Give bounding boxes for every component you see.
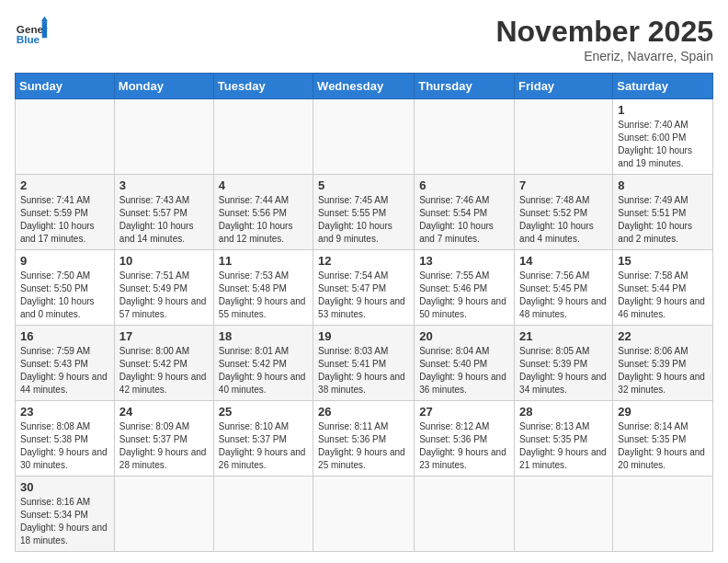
calendar-cell: 19Sunrise: 8:03 AM Sunset: 5:41 PM Dayli… — [313, 326, 415, 401]
month-title: November 2025 — [495, 15, 713, 49]
day-info: Sunrise: 8:16 AM Sunset: 5:34 PM Dayligh… — [20, 496, 109, 547]
day-info: Sunrise: 8:12 AM Sunset: 5:36 PM Dayligh… — [419, 420, 509, 472]
logo-icon: General Blue — [15, 15, 48, 48]
calendar-cell — [515, 99, 613, 175]
location-title: Eneriz, Navarre, Spain — [495, 49, 713, 63]
calendar-cell: 30Sunrise: 8:16 AM Sunset: 5:34 PM Dayli… — [16, 477, 115, 552]
calendar-cell: 17Sunrise: 8:00 AM Sunset: 5:42 PM Dayli… — [114, 326, 213, 401]
day-number: 22 — [618, 329, 708, 343]
day-info: Sunrise: 7:55 AM Sunset: 5:46 PM Dayligh… — [419, 270, 509, 321]
day-number: 28 — [519, 405, 608, 419]
day-number: 20 — [419, 329, 509, 343]
day-number: 26 — [318, 405, 409, 419]
calendar-cell: 10Sunrise: 7:51 AM Sunset: 5:49 PM Dayli… — [114, 250, 213, 326]
calendar-cell: 1Sunrise: 7:40 AM Sunset: 6:00 PM Daylig… — [613, 99, 713, 175]
day-info: Sunrise: 7:41 AM Sunset: 5:59 PM Dayligh… — [20, 194, 109, 246]
day-number: 13 — [419, 254, 509, 268]
day-number: 2 — [20, 178, 109, 192]
day-number: 12 — [318, 254, 409, 268]
day-number: 10 — [119, 254, 209, 268]
calendar-cell — [213, 99, 313, 175]
day-info: Sunrise: 8:05 AM Sunset: 5:39 PM Dayligh… — [519, 345, 608, 396]
calendar-cell — [313, 477, 415, 552]
day-number: 6 — [419, 178, 509, 192]
day-info: Sunrise: 8:00 AM Sunset: 5:42 PM Dayligh… — [119, 345, 209, 396]
day-info: Sunrise: 8:08 AM Sunset: 5:38 PM Dayligh… — [20, 420, 109, 472]
day-info: Sunrise: 8:10 AM Sunset: 5:37 PM Dayligh… — [219, 420, 308, 472]
calendar-cell: 18Sunrise: 8:01 AM Sunset: 5:42 PM Dayli… — [213, 326, 313, 401]
page-header: General Blue November 2025 Eneriz, Navar… — [15, 15, 713, 63]
day-info: Sunrise: 7:54 AM Sunset: 5:47 PM Dayligh… — [318, 270, 409, 321]
calendar-week-4: 16Sunrise: 7:59 AM Sunset: 5:43 PM Dayli… — [16, 326, 713, 401]
day-number: 4 — [219, 178, 308, 192]
day-number: 17 — [119, 329, 209, 343]
day-number: 21 — [519, 329, 608, 343]
calendar-table: SundayMondayTuesdayWednesdayThursdayFrid… — [15, 73, 713, 552]
day-number: 23 — [20, 405, 109, 419]
calendar-cell — [16, 99, 115, 175]
day-info: Sunrise: 7:48 AM Sunset: 5:52 PM Dayligh… — [519, 194, 608, 246]
calendar-body: 1Sunrise: 7:40 AM Sunset: 6:00 PM Daylig… — [16, 99, 713, 552]
calendar-cell: 5Sunrise: 7:45 AM Sunset: 5:55 PM Daylig… — [313, 175, 415, 250]
calendar-week-3: 9Sunrise: 7:50 AM Sunset: 5:50 PM Daylig… — [16, 250, 713, 326]
calendar-cell: 14Sunrise: 7:56 AM Sunset: 5:45 PM Dayli… — [515, 250, 613, 326]
day-number: 30 — [20, 480, 109, 494]
weekday-header-sunday: Sunday — [16, 74, 115, 99]
calendar-cell: 6Sunrise: 7:46 AM Sunset: 5:54 PM Daylig… — [415, 175, 515, 250]
day-number: 29 — [618, 405, 708, 419]
weekday-header-monday: Monday — [114, 74, 213, 99]
svg-rect-3 — [42, 21, 47, 38]
calendar-cell — [313, 99, 415, 175]
day-info: Sunrise: 8:01 AM Sunset: 5:42 PM Dayligh… — [219, 345, 308, 396]
calendar-cell — [515, 477, 613, 552]
day-number: 5 — [318, 178, 409, 192]
day-number: 7 — [519, 178, 608, 192]
day-number: 18 — [219, 329, 308, 343]
svg-text:Blue: Blue — [17, 33, 40, 45]
weekday-header-row: SundayMondayTuesdayWednesdayThursdayFrid… — [16, 74, 713, 99]
day-info: Sunrise: 7:51 AM Sunset: 5:49 PM Dayligh… — [119, 270, 209, 321]
calendar-cell: 12Sunrise: 7:54 AM Sunset: 5:47 PM Dayli… — [313, 250, 415, 326]
day-number: 19 — [318, 329, 409, 343]
day-info: Sunrise: 7:44 AM Sunset: 5:56 PM Dayligh… — [219, 194, 308, 246]
calendar-cell: 2Sunrise: 7:41 AM Sunset: 5:59 PM Daylig… — [16, 175, 115, 250]
calendar-cell: 4Sunrise: 7:44 AM Sunset: 5:56 PM Daylig… — [213, 175, 313, 250]
calendar-cell — [415, 99, 515, 175]
calendar-cell: 16Sunrise: 7:59 AM Sunset: 5:43 PM Dayli… — [16, 326, 115, 401]
weekday-header-tuesday: Tuesday — [213, 74, 313, 99]
calendar-cell: 13Sunrise: 7:55 AM Sunset: 5:46 PM Dayli… — [415, 250, 515, 326]
svg-marker-2 — [41, 17, 48, 21]
title-area: November 2025 Eneriz, Navarre, Spain — [495, 15, 713, 63]
calendar-week-1: 1Sunrise: 7:40 AM Sunset: 6:00 PM Daylig… — [16, 99, 713, 175]
day-info: Sunrise: 7:49 AM Sunset: 5:51 PM Dayligh… — [618, 194, 708, 246]
day-info: Sunrise: 8:09 AM Sunset: 5:37 PM Dayligh… — [119, 420, 209, 472]
calendar-cell: 25Sunrise: 8:10 AM Sunset: 5:37 PM Dayli… — [213, 401, 313, 477]
calendar-cell: 27Sunrise: 8:12 AM Sunset: 5:36 PM Dayli… — [415, 401, 515, 477]
weekday-header-wednesday: Wednesday — [313, 74, 415, 99]
calendar-cell: 22Sunrise: 8:06 AM Sunset: 5:39 PM Dayli… — [613, 326, 713, 401]
calendar-cell: 28Sunrise: 8:13 AM Sunset: 5:35 PM Dayli… — [515, 401, 613, 477]
day-number: 8 — [618, 178, 708, 192]
calendar-cell: 21Sunrise: 8:05 AM Sunset: 5:39 PM Dayli… — [515, 326, 613, 401]
calendar-cell: 3Sunrise: 7:43 AM Sunset: 5:57 PM Daylig… — [114, 175, 213, 250]
day-info: Sunrise: 7:56 AM Sunset: 5:45 PM Dayligh… — [519, 270, 608, 321]
calendar-cell: 7Sunrise: 7:48 AM Sunset: 5:52 PM Daylig… — [515, 175, 613, 250]
day-number: 24 — [119, 405, 209, 419]
weekday-header-friday: Friday — [515, 74, 613, 99]
calendar-cell: 20Sunrise: 8:04 AM Sunset: 5:40 PM Dayli… — [415, 326, 515, 401]
day-info: Sunrise: 8:13 AM Sunset: 5:35 PM Dayligh… — [519, 420, 608, 472]
day-info: Sunrise: 7:50 AM Sunset: 5:50 PM Dayligh… — [20, 270, 109, 321]
day-info: Sunrise: 7:40 AM Sunset: 6:00 PM Dayligh… — [618, 119, 708, 170]
calendar-cell — [415, 477, 515, 552]
day-number: 11 — [219, 254, 308, 268]
day-number: 3 — [119, 178, 209, 192]
calendar-cell: 29Sunrise: 8:14 AM Sunset: 5:35 PM Dayli… — [613, 401, 713, 477]
calendar-cell — [114, 99, 213, 175]
calendar-cell: 23Sunrise: 8:08 AM Sunset: 5:38 PM Dayli… — [16, 401, 115, 477]
calendar-week-5: 23Sunrise: 8:08 AM Sunset: 5:38 PM Dayli… — [16, 401, 713, 477]
calendar-cell — [213, 477, 313, 552]
calendar-cell: 24Sunrise: 8:09 AM Sunset: 5:37 PM Dayli… — [114, 401, 213, 477]
calendar-week-2: 2Sunrise: 7:41 AM Sunset: 5:59 PM Daylig… — [16, 175, 713, 250]
day-number: 27 — [419, 405, 509, 419]
day-number: 14 — [519, 254, 608, 268]
